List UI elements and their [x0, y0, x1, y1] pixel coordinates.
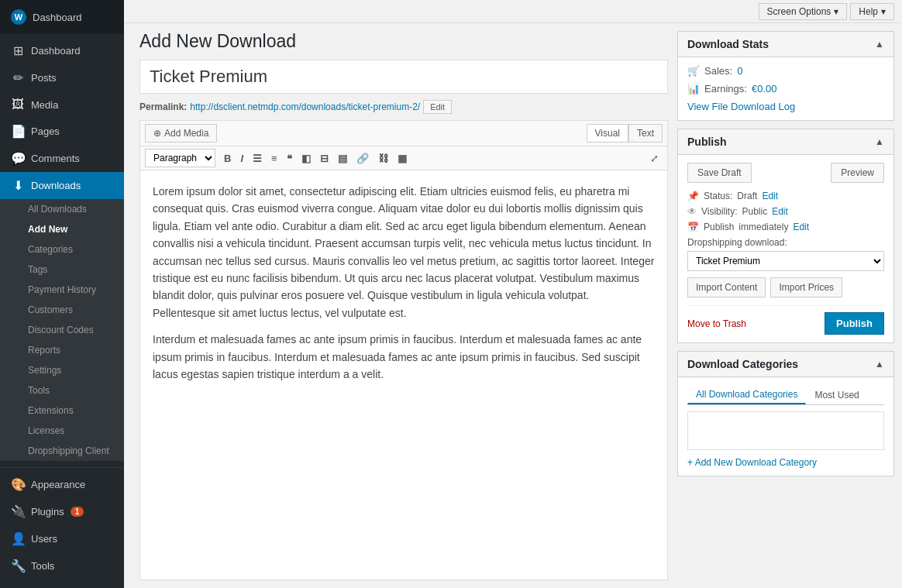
permalink-url[interactable]: http://dsclient.netmdp.com/downloads/tic…	[190, 101, 420, 112]
expand-button[interactable]: ⤢	[646, 150, 663, 167]
download-stats-header[interactable]: Download Stats ▲	[678, 32, 893, 57]
help-label: Help	[859, 6, 878, 17]
sidebar-sub-categories[interactable]: Categories	[0, 239, 124, 260]
save-draft-button[interactable]: Save Draft	[687, 163, 752, 183]
status-edit-link[interactable]: Edit	[762, 191, 778, 201]
view-log-link[interactable]: View File Download Log	[687, 101, 884, 112]
import-prices-button[interactable]: Import Prices	[770, 277, 842, 297]
sidebar-sub-customers[interactable]: Customers	[0, 300, 124, 320]
publish-panel-header[interactable]: Publish ▲	[678, 129, 893, 155]
preview-button[interactable]: Preview	[831, 163, 884, 183]
unlink-button[interactable]: ⛓	[374, 151, 392, 166]
visibility-edit-link[interactable]: Edit	[772, 206, 788, 217]
tab-most-used[interactable]: Most Used	[806, 385, 867, 404]
publish-actions: Save Draft Preview	[687, 163, 884, 183]
sidebar-item-label: Dashboard	[31, 45, 81, 57]
screen-options-label: Screen Options	[767, 6, 831, 17]
sidebar-sub-dropshipping[interactable]: Dropshipping Client	[0, 441, 124, 461]
earnings-icon: 📊	[687, 83, 700, 95]
status-icon: 📌	[687, 191, 699, 201]
screen-options-icon: ▾	[834, 6, 838, 17]
add-category-link[interactable]: + Add New Download Category	[687, 457, 817, 468]
format-select[interactable]: Paragraph	[145, 149, 215, 167]
sidebar-sub-tags[interactable]: Tags	[0, 260, 124, 280]
unordered-list-button[interactable]: ☰	[249, 151, 266, 166]
sidebar-sub-licenses[interactable]: Licenses	[0, 421, 124, 441]
align-left-button[interactable]: ◧	[298, 151, 315, 166]
pages-icon: 📄	[11, 124, 25, 139]
align-right-button[interactable]: ▤	[334, 151, 351, 166]
download-stats-body: 🛒 Sales: 0 📊 Earnings: €0.00 View File D…	[678, 57, 893, 120]
dropship-select[interactable]: Ticket Premium	[687, 251, 884, 271]
tab-all-categories[interactable]: All Download Categories	[687, 385, 806, 404]
appearance-icon: 🎨	[11, 477, 25, 492]
visibility-label: Visibility:	[701, 206, 737, 217]
sidebar-item-appearance[interactable]: 🎨 Appearance	[0, 471, 124, 498]
add-media-label: Add Media	[164, 128, 208, 139]
sidebar-sub-discount-codes[interactable]: Discount Codes	[0, 320, 124, 340]
publish-panel-body: Save Draft Preview 📌 Status: Draft Edit …	[678, 155, 893, 342]
category-list-box	[687, 411, 884, 450]
ordered-list-button[interactable]: ≡	[267, 151, 281, 166]
sidebar-sub-extensions[interactable]: Extensions	[0, 401, 124, 421]
earnings-stat-row: 📊 Earnings: €0.00	[687, 83, 884, 95]
sidebar-item-tools[interactable]: 🔧 Tools	[0, 552, 124, 579]
sales-value[interactable]: 0	[737, 65, 742, 77]
bold-button[interactable]: B	[220, 151, 235, 166]
content-paragraph-1: Lorem ipsum dolor sit amet, consectetur …	[153, 183, 655, 322]
sales-stat-row: 🛒 Sales: 0	[687, 65, 884, 77]
earnings-value[interactable]: €0.00	[752, 83, 777, 95]
help-icon: ▾	[881, 6, 886, 17]
sidebar-item-media[interactable]: 🖼 Media	[0, 91, 124, 118]
main-area: Screen Options ▾ Help ▾ Add New Download…	[124, 0, 902, 588]
status-row: 📌 Status: Draft Edit	[687, 191, 884, 201]
sidebar-sub-add-new[interactable]: Add New	[0, 219, 124, 239]
publish-time-edit-link[interactable]: Edit	[793, 222, 809, 232]
blockquote-button[interactable]: ❝	[283, 151, 296, 166]
link-button[interactable]: 🔗	[353, 151, 373, 166]
sidebar-item-plugins[interactable]: 🔌 Plugins 1	[0, 498, 124, 525]
import-content-button[interactable]: Import Content	[687, 277, 766, 297]
sidebar-item-comments[interactable]: 💬 Comments	[0, 145, 124, 172]
sidebar-logo[interactable]: W Dashboard	[0, 0, 124, 34]
download-stats-title: Download Stats	[687, 38, 769, 50]
publish-button[interactable]: Publish	[825, 312, 884, 335]
visual-view-button[interactable]: Visual	[587, 124, 628, 143]
italic-button[interactable]: I	[236, 151, 247, 166]
users-icon: 👤	[11, 531, 25, 546]
editor-body[interactable]: Lorem ipsum dolor sit amet, consectetur …	[139, 170, 668, 580]
help-button[interactable]: Help ▾	[850, 3, 894, 20]
publish-footer: Move to Trash Publish	[687, 305, 884, 335]
publish-time-row: 📅 Publish immediately Edit	[687, 222, 884, 232]
text-view-button[interactable]: Text	[628, 124, 663, 143]
sidebar-item-pages[interactable]: 📄 Pages	[0, 118, 124, 145]
download-categories-panel: Download Categories ▲ All Download Categ…	[677, 351, 894, 476]
sidebar-sub-reports[interactable]: Reports	[0, 340, 124, 360]
sidebar-sub-tools[interactable]: Tools	[0, 380, 124, 401]
publish-time: immediately	[738, 222, 788, 232]
add-media-button[interactable]: ⊕ Add Media	[145, 124, 217, 143]
sidebar-sub-payment-history[interactable]: Payment History	[0, 280, 124, 300]
page-title: Add New Download	[139, 31, 668, 52]
sidebar-sub-all-downloads[interactable]: All Downloads	[0, 199, 124, 219]
publish-chevron: ▲	[875, 136, 884, 147]
category-tabs: All Download Categories Most Used	[687, 385, 884, 405]
visibility-value: Public	[742, 206, 767, 217]
content-paragraph-2: Interdum et malesuada fames ac ante ipsu…	[153, 331, 655, 383]
status-value: Draft	[737, 191, 757, 201]
screen-options-button[interactable]: Screen Options ▾	[759, 3, 848, 20]
table-button[interactable]: ▦	[394, 151, 411, 166]
sidebar-item-posts[interactable]: ✏ Posts	[0, 64, 124, 91]
categories-panel-header[interactable]: Download Categories ▲	[678, 352, 893, 377]
post-title-input[interactable]	[139, 60, 668, 94]
move-to-trash-link[interactable]: Move to Trash	[687, 318, 746, 329]
permalink-edit-button[interactable]: Edit	[423, 100, 452, 114]
media-icon: 🖼	[11, 98, 25, 112]
sidebar-sub-settings[interactable]: Settings	[0, 360, 124, 380]
sidebar-item-downloads[interactable]: ⬇ Downloads	[0, 172, 124, 199]
sidebar-item-dashboard[interactable]: ⊞ Dashboard	[0, 37, 124, 64]
sidebar-item-users[interactable]: 👤 Users	[0, 525, 124, 552]
sidebar-panels: Download Stats ▲ 🛒 Sales: 0 📊 Earnings: …	[677, 31, 894, 580]
align-center-button[interactable]: ⊟	[316, 151, 332, 166]
sidebar-item-label: Users	[31, 533, 57, 545]
